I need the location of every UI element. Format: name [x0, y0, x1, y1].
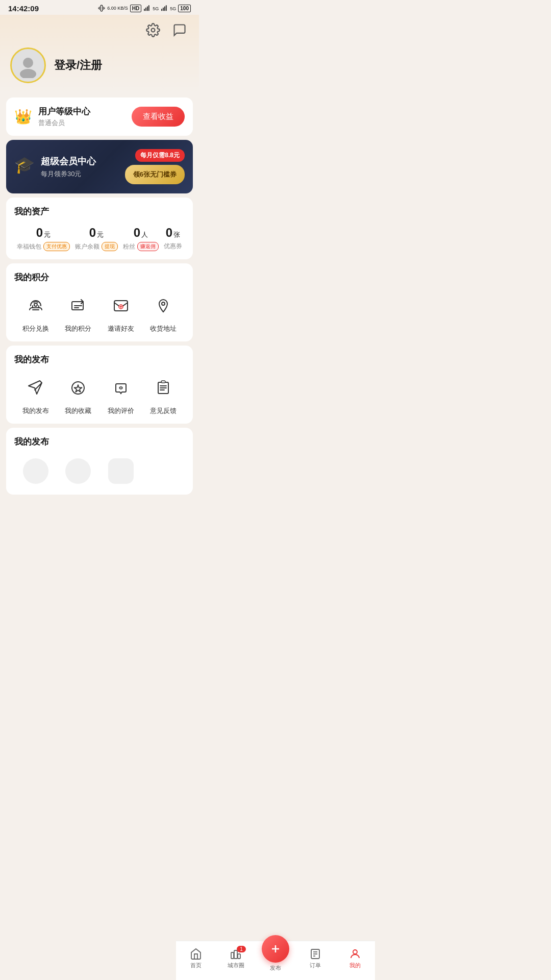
svg-rect-2 — [145, 7, 146, 10]
settings-button[interactable] — [144, 21, 162, 39]
vibrate-icon — [98, 5, 105, 13]
feedback-icon — [149, 374, 178, 402]
coupon-value: 0 — [166, 226, 172, 240]
wallet-badge: 支付优惠 — [43, 242, 70, 251]
battery-level: 100 — [178, 5, 191, 12]
svg-point-10 — [23, 58, 33, 68]
asset-fans[interactable]: 0 人 粉丝 赚返佣 — [123, 226, 159, 251]
avatar[interactable] — [10, 47, 46, 83]
fans-badge: 赚返佣 — [137, 242, 159, 251]
points-card: 我的积分 积分兑换 — [6, 263, 193, 341]
my-publish-label: 我的发布 — [22, 406, 49, 415]
signal1-label: 5G — [153, 6, 159, 11]
svg-rect-8 — [166, 5, 167, 11]
shipping-address-label: 收货地址 — [150, 324, 177, 333]
my-publish-card-2: 我的发布 — [6, 428, 193, 495]
my-review-label: 我的评价 — [108, 406, 134, 415]
shipping-address-icon — [149, 291, 178, 320]
vip-price-tag: 每月仅需8.8元 — [135, 149, 185, 162]
graduation-hat-icon: 🎓 — [14, 155, 35, 175]
svg-rect-1 — [144, 9, 145, 11]
status-time: 14:42:09 — [8, 4, 39, 13]
hd-badge: HD — [130, 5, 141, 12]
coupon-unit: 张 — [173, 230, 180, 239]
svg-rect-7 — [164, 6, 165, 11]
my-collection-icon — [64, 374, 92, 402]
header-icons — [10, 21, 189, 39]
vip-banner: 🎓 超级会员中心 每月领券30元 每月仅需8.8元 领6张无门槛券 — [6, 140, 193, 193]
vip-right: 每月仅需8.8元 领6张无门槛券 — [125, 149, 185, 184]
network-speed: 6.00 KB/S — [107, 6, 128, 11]
vip-subtitle: 每月领券30元 — [41, 169, 96, 179]
points-grid: 积分兑换 我的积分 — [14, 291, 185, 333]
my-points-item[interactable]: 我的积分 — [64, 291, 92, 333]
my-collection-label: 我的收藏 — [65, 406, 91, 415]
balance-label: 账户余额 — [75, 242, 99, 251]
asset-wallet[interactable]: 0 元 幸福钱包 支付优惠 — [17, 226, 70, 251]
points-title: 我的积分 — [14, 272, 185, 283]
svg-rect-5 — [161, 9, 162, 11]
publish-grid: 我的发布 我的收藏 我 — [14, 374, 185, 415]
vip-title: 超级会员中心 — [41, 155, 96, 167]
assets-card: 我的资产 0 元 幸福钱包 支付优惠 0 元 账户余额 — [6, 198, 193, 259]
signal1-icon — [143, 5, 151, 13]
vip-text: 超级会员中心 每月领券30元 — [41, 155, 96, 179]
svg-rect-0 — [101, 5, 103, 11]
wallet-value: 0 — [36, 226, 43, 240]
my-publish-title: 我的发布 — [14, 354, 185, 365]
status-bar: 14:42:09 6.00 KB/S HD 5G 5G 100 — [0, 0, 199, 15]
message-button[interactable] — [170, 21, 189, 39]
my-collection-item[interactable]: 我的收藏 — [64, 374, 92, 415]
balance-value: 0 — [89, 226, 96, 240]
vip-coupon-button[interactable]: 领6张无门槛券 — [125, 165, 185, 184]
wallet-label: 幸福钱包 — [17, 242, 41, 251]
fans-label: 粉丝 — [123, 242, 135, 251]
feedback-label: 意见反馈 — [150, 406, 177, 415]
publish2-icon-2[interactable] — [65, 458, 91, 484]
vip-left: 🎓 超级会员中心 每月领券30元 — [14, 155, 96, 179]
invite-friends-label: 邀请好友 — [108, 324, 134, 333]
my-review-icon — [107, 374, 135, 402]
feedback-item[interactable]: 意见反馈 — [149, 374, 178, 415]
shipping-address-item[interactable]: 收货地址 — [149, 291, 178, 333]
login-register-text[interactable]: 登录/注册 — [54, 58, 102, 73]
wallet-unit: 元 — [44, 230, 51, 239]
asset-balance[interactable]: 0 元 账户余额 提现 — [75, 226, 118, 251]
svg-rect-3 — [147, 6, 148, 11]
level-subtitle: 普通会员 — [38, 118, 90, 128]
svg-point-16 — [162, 302, 165, 305]
points-exchange-item[interactable]: 积分兑换 — [21, 291, 50, 333]
svg-point-17 — [72, 382, 84, 394]
publish2-icon-3[interactable] — [108, 458, 134, 484]
view-earnings-button[interactable]: 查看收益 — [132, 107, 185, 127]
signal2-icon — [161, 5, 168, 13]
assets-title: 我的资产 — [14, 206, 185, 217]
svg-point-12 — [34, 303, 37, 306]
points-exchange-icon — [21, 291, 50, 320]
fans-value: 0 — [134, 226, 140, 240]
balance-unit: 元 — [97, 230, 104, 239]
invite-friends-item[interactable]: 邀请好友 — [107, 291, 135, 333]
svg-rect-4 — [148, 5, 149, 11]
svg-point-11 — [20, 69, 36, 78]
my-points-label: 我的积分 — [65, 324, 91, 333]
publish2-icon-1[interactable] — [23, 458, 48, 484]
level-title: 用户等级中心 — [38, 106, 90, 117]
level-info: 用户等级中心 普通会员 — [38, 106, 90, 128]
fans-unit: 人 — [141, 230, 148, 239]
points-exchange-label: 积分兑换 — [22, 324, 49, 333]
crown-icon: 👑 — [14, 108, 32, 125]
my-points-icon — [64, 291, 92, 320]
my-review-item[interactable]: 我的评价 — [107, 374, 135, 415]
invite-friends-icon — [107, 291, 135, 320]
assets-row: 0 元 幸福钱包 支付优惠 0 元 账户余额 提现 — [14, 226, 185, 251]
profile-row: 登录/注册 — [10, 47, 189, 83]
profile-header: 登录/注册 — [0, 15, 199, 93]
level-center-card: 👑 用户等级中心 普通会员 查看收益 — [6, 97, 193, 136]
my-publish-title-2: 我的发布 — [14, 436, 185, 448]
level-left: 👑 用户等级中心 普通会员 — [14, 106, 90, 128]
signal2-label: 5G — [170, 6, 176, 11]
asset-coupon[interactable]: 0 张 优惠券 — [164, 226, 182, 251]
svg-point-9 — [152, 29, 155, 32]
my-publish-item[interactable]: 我的发布 — [21, 374, 50, 415]
